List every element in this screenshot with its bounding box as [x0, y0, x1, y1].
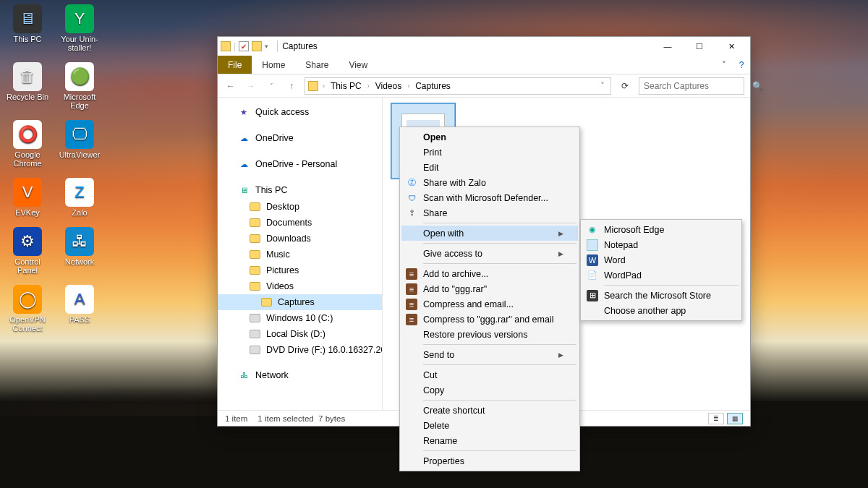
desktop-icon-recycle-bin[interactable]: 🗑Recycle Bin: [4, 62, 51, 110]
desktop-icon-evkey[interactable]: VEVKey: [4, 178, 51, 217]
breadcrumb[interactable]: › This PC › Videos › Captures ˅: [305, 77, 611, 95]
edge-icon: ◉: [587, 224, 598, 236]
chevron-right-icon[interactable]: ›: [321, 82, 326, 90]
qat-dropdown-icon[interactable]: ▾: [265, 43, 268, 50]
archive-icon: ≡: [406, 299, 417, 310]
minimize-button[interactable]: —: [652, 37, 684, 56]
ribbon-tab-home[interactable]: Home: [252, 56, 295, 74]
ribbon-collapse-icon[interactable]: ˅: [715, 56, 733, 74]
view-details-button[interactable]: ≣: [708, 413, 724, 424]
desktop-icon-openvpn[interactable]: ◯OpenVPN Connect: [4, 285, 51, 333]
nav-videos[interactable]: Videos: [218, 278, 382, 294]
ctx-delete[interactable]: Delete: [401, 418, 578, 433]
ctx-open[interactable]: Open: [401, 129, 578, 145]
ribbon-tab-share[interactable]: Share: [295, 56, 339, 74]
ctx-add-ggg[interactable]: ≡Add to "ggg.rar": [401, 281, 578, 296]
nav-desktop[interactable]: Desktop: [218, 199, 382, 215]
search-box[interactable]: 🔍: [639, 77, 744, 95]
ctx-give-access[interactable]: Give access to▶: [401, 246, 578, 261]
nav-drive-dvd[interactable]: DVD Drive (F:) 16.0.16327.20264: [218, 342, 382, 358]
cloud-icon: ☁: [238, 158, 250, 170]
breadcrumb-this-pc[interactable]: This PC: [328, 81, 365, 91]
chevron-right-icon: ▶: [558, 230, 563, 237]
ctx-properties[interactable]: Properties: [401, 453, 578, 468]
ctx-scan-defender[interactable]: 🛡Scan with Microsoft Defender...: [401, 190, 578, 205]
search-icon[interactable]: 🔍: [752, 81, 763, 91]
ctx-rename[interactable]: Rename: [401, 433, 578, 448]
nav-pictures[interactable]: Pictures: [218, 262, 382, 278]
nav-back-button[interactable]: ←: [224, 81, 238, 91]
openwith-notepad[interactable]: Notepad: [582, 237, 740, 252]
chevron-right-icon[interactable]: ›: [406, 82, 411, 90]
disc-icon: [250, 346, 260, 354]
breadcrumb-videos[interactable]: Videos: [373, 81, 404, 91]
ctx-restore-previous[interactable]: Restore previous versions: [401, 327, 578, 342]
nav-drive-c[interactable]: Windows 10 (C:): [218, 310, 382, 326]
desktop-icon-chrome[interactable]: ⭕Google Chrome: [4, 120, 51, 168]
ribbon-file-tab[interactable]: File: [218, 56, 252, 74]
nav-network[interactable]: 🖧Network: [218, 367, 382, 384]
desktop-icon-uninstaller[interactable]: YYour Unin-staller!: [56, 4, 103, 52]
desktop-icon-ultraviewer[interactable]: 🖵UltraViewer: [56, 120, 103, 168]
nav-onedrive-personal[interactable]: ☁OneDrive - Personal: [218, 155, 382, 173]
openwith-choose[interactable]: Choose another app: [582, 303, 740, 318]
nav-recent-dropdown[interactable]: ˅: [264, 82, 278, 90]
desktop-icon-this-pc[interactable]: 🖥This PC: [4, 4, 51, 52]
ctx-share[interactable]: ⇪Share: [401, 205, 578, 221]
openwith-wordpad[interactable]: 📄WordPad: [582, 267, 740, 283]
chevron-right-icon: ▶: [558, 351, 563, 359]
refresh-button[interactable]: ⟳: [617, 81, 633, 91]
address-bar: ← → ˅ ↑ › This PC › Videos › Captures ˅ …: [218, 74, 750, 98]
qat-properties-icon[interactable]: ✔: [239, 41, 249, 51]
breadcrumb-captures[interactable]: Captures: [412, 81, 454, 91]
ctx-compress-ggg-email[interactable]: ≡Compress to "ggg.rar" and email: [401, 312, 578, 327]
chevron-right-icon[interactable]: ›: [366, 82, 371, 90]
desktop-icon-pass[interactable]: APASS: [56, 285, 103, 333]
ctx-share-zalo[interactable]: ⓏShare with Zalo: [401, 175, 578, 190]
ribbon-tab-view[interactable]: View: [339, 56, 378, 74]
nav-onedrive[interactable]: ☁OneDrive: [218, 129, 382, 147]
ctx-open-with[interactable]: Open with▶: [401, 226, 578, 241]
close-button[interactable]: ✕: [715, 37, 747, 56]
ctx-add-archive[interactable]: ≡Add to archive...: [401, 266, 578, 281]
openwith-word[interactable]: WWord: [582, 252, 740, 267]
archive-icon: ≡: [406, 268, 417, 280]
nav-downloads[interactable]: Downloads: [218, 231, 382, 247]
titlebar[interactable]: | ✔ ▾ Captures — ☐ ✕: [218, 37, 750, 56]
view-thumbnails-button[interactable]: ▦: [727, 413, 743, 424]
divider: |: [234, 41, 236, 51]
ctx-create-shortcut[interactable]: Create shortcut: [401, 403, 578, 418]
ctx-edit[interactable]: Edit: [401, 160, 578, 175]
ctx-print[interactable]: Print: [401, 145, 578, 160]
icon-label: This PC: [13, 35, 41, 43]
cloud-icon: ☁: [238, 132, 250, 144]
nav-drive-d[interactable]: Local Disk (D:): [218, 326, 382, 342]
ctx-compress-email[interactable]: ≡Compress and email...: [401, 296, 578, 312]
desktop-icon-edge[interactable]: 🟢Microsoft Edge: [56, 62, 103, 110]
nav-captures[interactable]: Captures: [218, 294, 382, 310]
search-input[interactable]: [644, 81, 752, 91]
nav-documents[interactable]: Documents: [218, 215, 382, 231]
nav-quick-access[interactable]: ★Quick access: [218, 103, 382, 121]
desktop-icon-control-panel[interactable]: ⚙Control Panel: [4, 227, 51, 275]
nav-music[interactable]: Music: [218, 247, 382, 262]
icon-label: Google Chrome: [13, 150, 41, 168]
openwith-edge[interactable]: ◉Microsoft Edge: [582, 222, 740, 237]
openwith-store[interactable]: ⊞Search the Microsoft Store: [582, 288, 740, 303]
star-icon: ★: [238, 106, 250, 118]
maximize-button[interactable]: ☐: [684, 37, 715, 56]
folder-icon: [308, 81, 318, 91]
address-dropdown-icon[interactable]: ˅: [597, 81, 608, 91]
nav-up-button[interactable]: ↑: [284, 81, 299, 91]
ctx-copy[interactable]: Copy: [401, 382, 578, 398]
ctx-cut[interactable]: Cut: [401, 367, 578, 382]
nav-this-pc[interactable]: 🖥This PC: [218, 181, 382, 199]
desktop-icon-zalo[interactable]: ZZalo: [56, 178, 103, 217]
help-button[interactable]: ?: [733, 56, 750, 74]
desktop-icons: 🖥This PC YYour Unin-staller! 🗑Recycle Bi…: [4, 4, 103, 333]
ctx-send-to[interactable]: Send to▶: [401, 347, 578, 362]
icon-label: Control Panel: [14, 257, 40, 275]
folder-icon: [250, 234, 260, 243]
desktop-icon-network[interactable]: 🖧Network: [56, 227, 103, 275]
qat-newfolder-icon[interactable]: [252, 41, 262, 51]
